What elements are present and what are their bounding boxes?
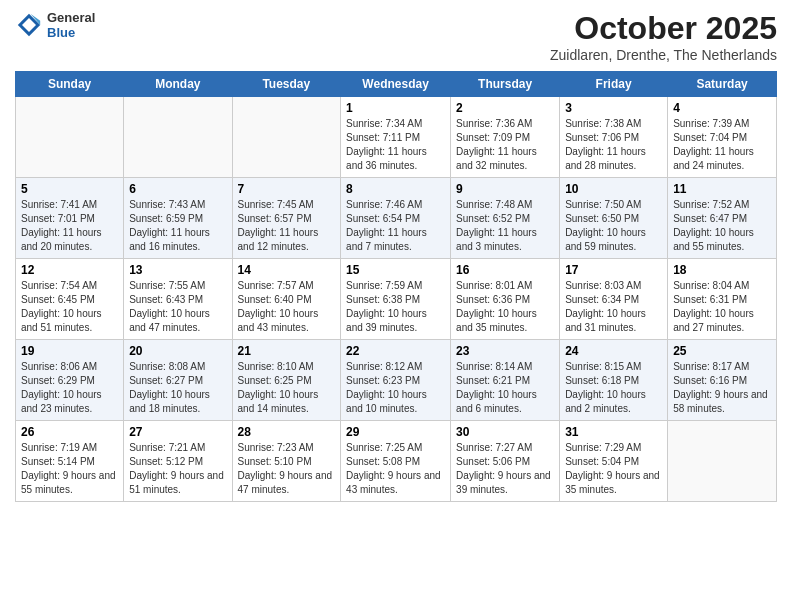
calendar-day-cell: 24Sunrise: 8:15 AM Sunset: 6:18 PM Dayli… <box>560 340 668 421</box>
day-number: 5 <box>21 182 118 196</box>
calendar-day-cell: 18Sunrise: 8:04 AM Sunset: 6:31 PM Dayli… <box>668 259 777 340</box>
calendar-day-cell <box>124 97 232 178</box>
day-number: 19 <box>21 344 118 358</box>
day-info: Sunrise: 7:23 AM Sunset: 5:10 PM Dayligh… <box>238 441 336 497</box>
calendar-day-cell: 10Sunrise: 7:50 AM Sunset: 6:50 PM Dayli… <box>560 178 668 259</box>
calendar-day-cell: 19Sunrise: 8:06 AM Sunset: 6:29 PM Dayli… <box>16 340 124 421</box>
col-header-friday: Friday <box>560 72 668 97</box>
day-info: Sunrise: 7:55 AM Sunset: 6:43 PM Dayligh… <box>129 279 226 335</box>
calendar-day-cell: 8Sunrise: 7:46 AM Sunset: 6:54 PM Daylig… <box>341 178 451 259</box>
day-info: Sunrise: 7:54 AM Sunset: 6:45 PM Dayligh… <box>21 279 118 335</box>
col-header-sunday: Sunday <box>16 72 124 97</box>
col-header-monday: Monday <box>124 72 232 97</box>
calendar-day-cell: 22Sunrise: 8:12 AM Sunset: 6:23 PM Dayli… <box>341 340 451 421</box>
day-info: Sunrise: 8:01 AM Sunset: 6:36 PM Dayligh… <box>456 279 554 335</box>
day-number: 23 <box>456 344 554 358</box>
day-info: Sunrise: 7:19 AM Sunset: 5:14 PM Dayligh… <box>21 441 118 497</box>
calendar-week-row: 12Sunrise: 7:54 AM Sunset: 6:45 PM Dayli… <box>16 259 777 340</box>
col-header-tuesday: Tuesday <box>232 72 341 97</box>
page-header: General Blue October 2025 Zuidlaren, Dre… <box>15 10 777 63</box>
calendar-day-cell: 25Sunrise: 8:17 AM Sunset: 6:16 PM Dayli… <box>668 340 777 421</box>
day-info: Sunrise: 7:38 AM Sunset: 7:06 PM Dayligh… <box>565 117 662 173</box>
calendar-day-cell: 27Sunrise: 7:21 AM Sunset: 5:12 PM Dayli… <box>124 421 232 502</box>
day-number: 21 <box>238 344 336 358</box>
logo-blue-text: Blue <box>47 25 95 40</box>
day-info: Sunrise: 7:46 AM Sunset: 6:54 PM Dayligh… <box>346 198 445 254</box>
day-info: Sunrise: 8:15 AM Sunset: 6:18 PM Dayligh… <box>565 360 662 416</box>
calendar-day-cell: 20Sunrise: 8:08 AM Sunset: 6:27 PM Dayli… <box>124 340 232 421</box>
day-info: Sunrise: 8:08 AM Sunset: 6:27 PM Dayligh… <box>129 360 226 416</box>
day-info: Sunrise: 8:17 AM Sunset: 6:16 PM Dayligh… <box>673 360 771 416</box>
day-info: Sunrise: 8:06 AM Sunset: 6:29 PM Dayligh… <box>21 360 118 416</box>
calendar-day-cell: 2Sunrise: 7:36 AM Sunset: 7:09 PM Daylig… <box>451 97 560 178</box>
calendar-day-cell: 4Sunrise: 7:39 AM Sunset: 7:04 PM Daylig… <box>668 97 777 178</box>
day-number: 26 <box>21 425 118 439</box>
day-info: Sunrise: 7:27 AM Sunset: 5:06 PM Dayligh… <box>456 441 554 497</box>
calendar-week-row: 26Sunrise: 7:19 AM Sunset: 5:14 PM Dayli… <box>16 421 777 502</box>
day-number: 25 <box>673 344 771 358</box>
day-info: Sunrise: 7:48 AM Sunset: 6:52 PM Dayligh… <box>456 198 554 254</box>
calendar-header-row: SundayMondayTuesdayWednesdayThursdayFrid… <box>16 72 777 97</box>
day-number: 29 <box>346 425 445 439</box>
day-number: 8 <box>346 182 445 196</box>
day-number: 1 <box>346 101 445 115</box>
col-header-saturday: Saturday <box>668 72 777 97</box>
calendar-day-cell: 23Sunrise: 8:14 AM Sunset: 6:21 PM Dayli… <box>451 340 560 421</box>
month-year-title: October 2025 <box>550 10 777 47</box>
day-number: 15 <box>346 263 445 277</box>
day-number: 16 <box>456 263 554 277</box>
logo: General Blue <box>15 10 95 40</box>
day-info: Sunrise: 7:57 AM Sunset: 6:40 PM Dayligh… <box>238 279 336 335</box>
day-info: Sunrise: 7:21 AM Sunset: 5:12 PM Dayligh… <box>129 441 226 497</box>
calendar-day-cell: 3Sunrise: 7:38 AM Sunset: 7:06 PM Daylig… <box>560 97 668 178</box>
day-info: Sunrise: 7:50 AM Sunset: 6:50 PM Dayligh… <box>565 198 662 254</box>
calendar-day-cell: 15Sunrise: 7:59 AM Sunset: 6:38 PM Dayli… <box>341 259 451 340</box>
logo-general-text: General <box>47 10 95 25</box>
day-info: Sunrise: 7:39 AM Sunset: 7:04 PM Dayligh… <box>673 117 771 173</box>
calendar-week-row: 19Sunrise: 8:06 AM Sunset: 6:29 PM Dayli… <box>16 340 777 421</box>
day-info: Sunrise: 7:29 AM Sunset: 5:04 PM Dayligh… <box>565 441 662 497</box>
day-info: Sunrise: 8:10 AM Sunset: 6:25 PM Dayligh… <box>238 360 336 416</box>
day-number: 20 <box>129 344 226 358</box>
day-info: Sunrise: 7:59 AM Sunset: 6:38 PM Dayligh… <box>346 279 445 335</box>
day-info: Sunrise: 7:45 AM Sunset: 6:57 PM Dayligh… <box>238 198 336 254</box>
day-info: Sunrise: 7:43 AM Sunset: 6:59 PM Dayligh… <box>129 198 226 254</box>
logo-icon <box>15 11 43 39</box>
logo-text: General Blue <box>47 10 95 40</box>
day-info: Sunrise: 7:41 AM Sunset: 7:01 PM Dayligh… <box>21 198 118 254</box>
calendar-day-cell: 21Sunrise: 8:10 AM Sunset: 6:25 PM Dayli… <box>232 340 341 421</box>
day-number: 18 <box>673 263 771 277</box>
day-number: 3 <box>565 101 662 115</box>
day-number: 24 <box>565 344 662 358</box>
calendar-week-row: 5Sunrise: 7:41 AM Sunset: 7:01 PM Daylig… <box>16 178 777 259</box>
calendar-day-cell: 1Sunrise: 7:34 AM Sunset: 7:11 PM Daylig… <box>341 97 451 178</box>
calendar-day-cell: 17Sunrise: 8:03 AM Sunset: 6:34 PM Dayli… <box>560 259 668 340</box>
calendar-day-cell: 28Sunrise: 7:23 AM Sunset: 5:10 PM Dayli… <box>232 421 341 502</box>
col-header-thursday: Thursday <box>451 72 560 97</box>
day-info: Sunrise: 7:36 AM Sunset: 7:09 PM Dayligh… <box>456 117 554 173</box>
calendar-day-cell: 31Sunrise: 7:29 AM Sunset: 5:04 PM Dayli… <box>560 421 668 502</box>
col-header-wednesday: Wednesday <box>341 72 451 97</box>
day-info: Sunrise: 7:34 AM Sunset: 7:11 PM Dayligh… <box>346 117 445 173</box>
day-number: 31 <box>565 425 662 439</box>
day-number: 27 <box>129 425 226 439</box>
calendar-day-cell <box>668 421 777 502</box>
day-info: Sunrise: 8:03 AM Sunset: 6:34 PM Dayligh… <box>565 279 662 335</box>
day-info: Sunrise: 8:12 AM Sunset: 6:23 PM Dayligh… <box>346 360 445 416</box>
calendar-day-cell: 5Sunrise: 7:41 AM Sunset: 7:01 PM Daylig… <box>16 178 124 259</box>
calendar-day-cell: 12Sunrise: 7:54 AM Sunset: 6:45 PM Dayli… <box>16 259 124 340</box>
day-number: 30 <box>456 425 554 439</box>
calendar-table: SundayMondayTuesdayWednesdayThursdayFrid… <box>15 71 777 502</box>
day-number: 9 <box>456 182 554 196</box>
calendar-day-cell: 13Sunrise: 7:55 AM Sunset: 6:43 PM Dayli… <box>124 259 232 340</box>
calendar-day-cell: 29Sunrise: 7:25 AM Sunset: 5:08 PM Dayli… <box>341 421 451 502</box>
calendar-day-cell <box>232 97 341 178</box>
calendar-day-cell: 11Sunrise: 7:52 AM Sunset: 6:47 PM Dayli… <box>668 178 777 259</box>
calendar-day-cell: 7Sunrise: 7:45 AM Sunset: 6:57 PM Daylig… <box>232 178 341 259</box>
calendar-week-row: 1Sunrise: 7:34 AM Sunset: 7:11 PM Daylig… <box>16 97 777 178</box>
calendar-day-cell: 6Sunrise: 7:43 AM Sunset: 6:59 PM Daylig… <box>124 178 232 259</box>
day-number: 10 <box>565 182 662 196</box>
day-number: 14 <box>238 263 336 277</box>
title-block: October 2025 Zuidlaren, Drenthe, The Net… <box>550 10 777 63</box>
day-info: Sunrise: 7:52 AM Sunset: 6:47 PM Dayligh… <box>673 198 771 254</box>
